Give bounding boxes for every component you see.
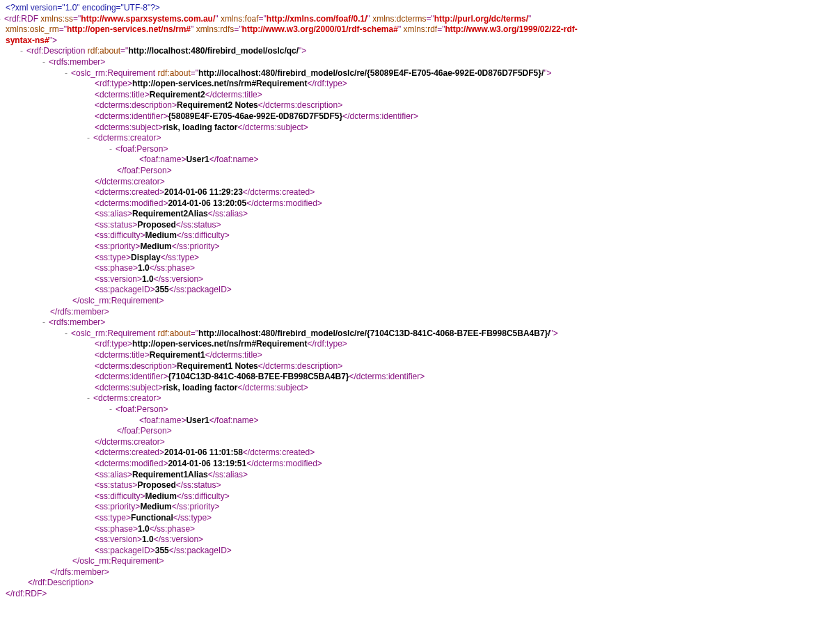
xml-line[interactable]: </dcterms:creator> (6, 437, 834, 448)
xml-line[interactable]: -<oslc_rm:Requirement rdf:about="http://… (6, 328, 834, 340)
collapse-toggle-icon[interactable]: - (84, 393, 93, 404)
xml-line[interactable]: <dcterms:title>Requirement1</dcterms:tit… (6, 350, 834, 361)
xml-line[interactable]: <?xml version="1.0" encoding="UTF-8"?> (6, 3, 834, 14)
xml-line[interactable]: <dcterms:title>Requirement2</dcterms:tit… (6, 90, 834, 101)
xml-line[interactable]: -<oslc_rm:Requirement rdf:about="http://… (6, 68, 834, 79)
collapse-toggle-icon[interactable]: - (84, 133, 93, 144)
xml-line[interactable]: <ss:difficulty>Medium</ss:difficulty> (6, 230, 834, 241)
xml-line[interactable]: <dcterms:identifier>{58089E4F-E705-46ae-… (6, 111, 834, 122)
xml-line[interactable]: <rdf:type>http://open-services.net/ns/rm… (6, 79, 834, 90)
xml-line[interactable]: -<foaf:Person> (6, 404, 834, 415)
xml-line[interactable]: <ss:priority>Medium</ss:priority> (6, 502, 834, 513)
xml-line[interactable]: -<rdf:RDF xmlns:ss="http://www.sparxsyst… (6, 14, 834, 25)
xml-line[interactable]: -<rdfs:member> (6, 317, 834, 328)
xml-line[interactable]: -<rdf:Description rdf:about="http://loca… (6, 46, 834, 57)
xml-line[interactable]: </foaf:Person> (6, 166, 834, 177)
xml-line[interactable]: <ss:type>Functional</ss:type> (6, 513, 834, 524)
collapse-toggle-icon[interactable]: - (61, 328, 71, 340)
xml-line[interactable]: xmlns:oslc_rm="http://open-services.net/… (6, 24, 834, 35)
xml-line[interactable]: </oslc_rm:Requirement> (6, 296, 834, 307)
xml-line[interactable]: </rdf:RDF> (6, 589, 834, 600)
xml-line[interactable]: <foaf:name>User1</foaf:name> (6, 415, 834, 427)
collapse-toggle-icon[interactable]: - (39, 317, 49, 328)
xml-line[interactable]: <ss:phase>1.0</ss:phase> (6, 263, 834, 274)
xml-line[interactable]: <dcterms:identifier>{7104C13D-841C-4068-… (6, 372, 834, 383)
xml-line[interactable]: </rdfs:member> (6, 307, 834, 318)
xml-line[interactable]: </rdfs:member> (6, 567, 834, 578)
xml-line[interactable]: syntax-ns#"> (6, 35, 834, 47)
xml-line[interactable]: <ss:alias>Requirement2Alias</ss:alias> (6, 209, 834, 220)
xml-tree-view: <?xml version="1.0" encoding="UTF-8"?>-<… (6, 3, 834, 600)
xml-line[interactable]: <dcterms:description>Requirement1 Notes<… (6, 361, 834, 372)
xml-line[interactable]: -<dcterms:creator> (6, 393, 834, 404)
xml-line[interactable]: <ss:version>1.0</ss:version> (6, 534, 834, 546)
xml-line[interactable]: <ss:packageID>355</ss:packageID> (6, 546, 834, 557)
xml-line[interactable]: <dcterms:modified>2014-01-06 13:19:51</d… (6, 459, 834, 470)
xml-line[interactable]: </foaf:Person> (6, 426, 834, 437)
xml-line[interactable]: -<dcterms:creator> (6, 133, 834, 144)
xml-line[interactable]: <ss:type>Display</ss:type> (6, 253, 834, 264)
xml-line[interactable]: <ss:status>Proposed</ss:status> (6, 480, 834, 491)
xml-line[interactable]: <dcterms:description>Requirement2 Notes<… (6, 100, 834, 111)
xml-line[interactable]: <dcterms:subject>risk, loading factor</d… (6, 383, 834, 394)
collapse-toggle-icon[interactable]: - (17, 46, 26, 57)
xml-line[interactable]: </rdf:Description> (6, 578, 834, 589)
collapse-toggle-icon[interactable]: - (106, 404, 116, 415)
collapse-toggle-icon[interactable]: - (39, 57, 49, 68)
xml-line[interactable]: <dcterms:subject>risk, loading factor</d… (6, 122, 834, 134)
xml-line[interactable]: -<foaf:Person> (6, 144, 834, 155)
xml-line[interactable]: -<rdfs:member> (6, 57, 834, 68)
xml-line[interactable]: <ss:status>Proposed</ss:status> (6, 220, 834, 231)
collapse-toggle-icon[interactable]: - (106, 144, 116, 155)
xml-line[interactable]: <ss:difficulty>Medium</ss:difficulty> (6, 491, 834, 502)
collapse-toggle-icon[interactable]: - (61, 68, 71, 79)
xml-line[interactable]: <ss:packageID>355</ss:packageID> (6, 285, 834, 296)
xml-line[interactable]: <dcterms:created>2014-01-06 11:01:58</dc… (6, 447, 834, 459)
xml-line[interactable]: <ss:version>1.0</ss:version> (6, 274, 834, 285)
xml-line[interactable]: <ss:alias>Requirement1Alias</ss:alias> (6, 470, 834, 481)
xml-line[interactable]: <foaf:name>User1</foaf:name> (6, 154, 834, 166)
xml-line[interactable]: <ss:priority>Medium</ss:priority> (6, 241, 834, 253)
xml-line[interactable]: </dcterms:creator> (6, 177, 834, 188)
xml-line[interactable]: </oslc_rm:Requirement> (6, 556, 834, 567)
xml-line[interactable]: <dcterms:modified>2014-01-06 13:20:05</d… (6, 198, 834, 209)
xml-line[interactable]: <ss:phase>1.0</ss:phase> (6, 524, 834, 535)
xml-line[interactable]: <dcterms:created>2014-01-06 11:29:23</dc… (6, 187, 834, 198)
xml-line[interactable]: <rdf:type>http://open-services.net/ns/rm… (6, 339, 834, 350)
